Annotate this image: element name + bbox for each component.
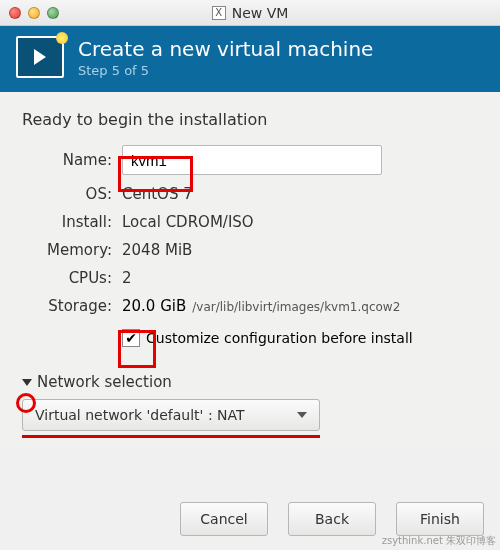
customize-row[interactable]: ✔ Customize configuration before install (122, 329, 478, 347)
customize-label: Customize configuration before install (146, 330, 413, 346)
label-os: OS: (22, 185, 112, 203)
cancel-button[interactable]: Cancel (180, 502, 268, 536)
wizard-title: Create a new virtual machine (78, 37, 373, 61)
value-storage: 20.0 GiB /var/lib/libvirt/images/kvm1.qc… (122, 297, 478, 315)
label-name: Name: (22, 151, 112, 169)
customize-checkbox[interactable]: ✔ (122, 329, 140, 347)
annotation-underline (22, 435, 320, 438)
label-memory: Memory: (22, 241, 112, 259)
close-window-icon[interactable] (9, 7, 21, 19)
chevron-down-icon (22, 379, 32, 386)
window-title: New VM (232, 5, 289, 21)
label-install: Install: (22, 213, 112, 231)
wizard-footer: Cancel Back Finish (180, 502, 484, 536)
name-input[interactable] (122, 145, 382, 175)
finish-button[interactable]: Finish (396, 502, 484, 536)
value-memory: 2048 MiB (122, 241, 478, 259)
x11-icon: X (212, 6, 226, 20)
wizard-body: Ready to begin the installation Name: OS… (0, 92, 500, 450)
window-title-wrap: X New VM (0, 5, 500, 21)
network-dropdown[interactable]: Virtual network 'default' : NAT (22, 399, 320, 431)
minimize-window-icon[interactable] (28, 7, 40, 19)
window-controls (9, 7, 59, 19)
network-selected: Virtual network 'default' : NAT (35, 407, 245, 423)
wizard-header: Create a new virtual machine Step 5 of 5 (0, 26, 500, 92)
network-section: Network selection Virtual network 'defau… (22, 373, 478, 438)
value-cpus: 2 (122, 269, 478, 287)
titlebar: X New VM (0, 0, 500, 26)
value-os: CentOS 7 (122, 185, 478, 203)
network-section-title: Network selection (37, 373, 172, 391)
maximize-window-icon[interactable] (47, 7, 59, 19)
value-install: Local CDROM/ISO (122, 213, 478, 231)
back-button[interactable]: Back (288, 502, 376, 536)
wizard-step: Step 5 of 5 (78, 63, 373, 78)
dropdown-arrow-icon (297, 412, 307, 418)
network-section-toggle[interactable]: Network selection (22, 373, 478, 391)
watermark: zsythink.net 朱双印博客 (382, 534, 496, 548)
ready-label: Ready to begin the installation (22, 110, 478, 129)
label-cpus: CPUs: (22, 269, 112, 287)
vm-icon (16, 36, 64, 78)
storage-path: /var/lib/libvirt/images/kvm1.qcow2 (192, 300, 400, 314)
label-storage: Storage: (22, 297, 112, 315)
storage-size: 20.0 GiB (122, 297, 186, 315)
